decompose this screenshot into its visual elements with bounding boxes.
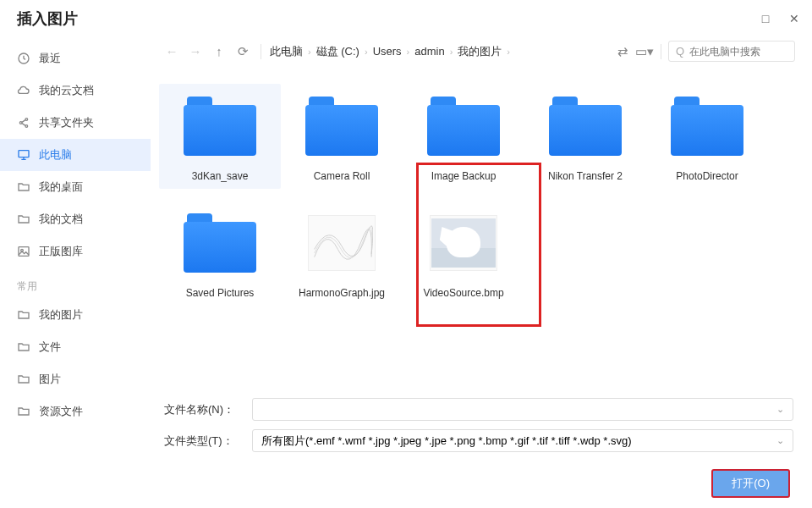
image-icon — [17, 245, 30, 258]
sidebar-item-最近[interactable]: 最近 — [0, 42, 151, 75]
file-item[interactable]: HarmonoGraph.jpg — [281, 201, 403, 306]
clock-icon — [17, 52, 30, 65]
folder-icon — [305, 97, 378, 156]
sidebar-item-图片[interactable]: 图片 — [0, 363, 151, 395]
svg-rect-4 — [19, 151, 29, 157]
sidebar-item-我的图片[interactable]: 我的图片 — [0, 299, 151, 331]
chevron-right-icon: › — [450, 47, 453, 57]
svg-point-2 — [25, 119, 28, 121]
breadcrumb-segment[interactable]: Users — [373, 45, 402, 58]
file-grid: 3dKan_saveCamera RollImage BackupNikon T… — [159, 70, 798, 391]
file-label: Nikon Transfer 2 — [548, 170, 623, 182]
up-button[interactable]: ↑ — [210, 42, 228, 61]
search-input[interactable] — [689, 46, 787, 58]
breadcrumb[interactable]: 此电脑›磁盘 (C:)›Users›admin›我的图片› — [270, 44, 608, 59]
image-thumbnail — [430, 215, 497, 271]
file-label: Camera Roll — [314, 170, 370, 182]
sidebar-item-共享文件夹[interactable]: 共享文件夹 — [0, 107, 151, 139]
breadcrumb-segment[interactable]: admin — [414, 45, 444, 58]
file-item[interactable]: Saved Pictures — [159, 201, 281, 306]
chevron-down-icon: ⌄ — [776, 435, 784, 446]
chevron-right-icon: › — [308, 47, 311, 57]
filename-label: 文件名称(N)： — [164, 402, 240, 417]
sidebar-item-label: 最近 — [39, 51, 61, 66]
monitor-icon — [17, 148, 30, 162]
maximize-button[interactable]: □ — [760, 12, 771, 25]
toolbar-divider — [661, 44, 661, 59]
sidebar-item-label: 文件 — [39, 340, 61, 355]
sidebar: 最近我的云文档共享文件夹此电脑我的桌面我的文档正版图库 常用 我的图片文件图片资… — [0, 36, 151, 508]
list-mode-button[interactable]: ⇄ — [613, 42, 632, 61]
share-icon — [17, 116, 30, 130]
sidebar-item-我的桌面[interactable]: 我的桌面 — [0, 171, 151, 203]
breadcrumb-segment[interactable]: 此电脑 — [270, 44, 303, 59]
sidebar-item-label: 我的文档 — [39, 212, 83, 227]
close-button[interactable]: ✕ — [788, 12, 800, 25]
chevron-right-icon: › — [365, 47, 368, 57]
sidebar-item-label: 图片 — [39, 372, 61, 387]
file-item[interactable]: Image Backup — [403, 84, 524, 189]
sidebar-item-label: 我的桌面 — [39, 179, 83, 195]
sidebar-item-label: 此电脑 — [39, 147, 72, 163]
folder-icon — [17, 180, 30, 194]
file-label: HarmonoGraph.jpg — [299, 287, 385, 299]
sidebar-item-label: 正版图库 — [39, 244, 83, 259]
file-item[interactable]: 3dKan_save — [159, 84, 281, 189]
svg-rect-5 — [19, 247, 29, 257]
search-box[interactable]: Q — [668, 41, 795, 62]
sidebar-item-此电脑[interactable]: 此电脑 — [0, 139, 151, 171]
view-mode-button[interactable]: ▭▾ — [635, 42, 654, 61]
image-thumbnail — [308, 215, 376, 271]
sidebar-item-资源文件[interactable]: 资源文件 — [0, 395, 151, 428]
filetype-select[interactable]: ⌄ — [252, 429, 793, 452]
folder-icon — [184, 213, 256, 273]
folder-icon — [17, 308, 30, 322]
sidebar-item-文件[interactable]: 文件 — [0, 331, 151, 363]
filename-input[interactable] — [261, 403, 776, 416]
folder-icon — [17, 213, 30, 226]
sidebar-item-正版图库[interactable]: 正版图库 — [0, 235, 151, 268]
folder-icon — [671, 97, 743, 156]
forward-button[interactable]: → — [186, 42, 205, 61]
file-item[interactable]: VideoSource.bmp — [403, 201, 524, 306]
file-item[interactable]: PhotoDirector — [646, 84, 768, 189]
folder-icon — [17, 340, 30, 354]
refresh-button[interactable]: ⟳ — [233, 42, 252, 61]
svg-point-3 — [25, 125, 28, 128]
folder-icon — [17, 373, 30, 386]
search-icon: Q — [676, 45, 684, 58]
folder-icon — [549, 97, 622, 156]
dialog-title: 插入图片 — [17, 8, 78, 29]
chevron-right-icon: › — [507, 47, 510, 57]
folder-icon — [427, 97, 500, 156]
folder-icon — [17, 405, 30, 418]
file-item[interactable]: Nikon Transfer 2 — [524, 84, 646, 189]
sidebar-item-我的文档[interactable]: 我的文档 — [0, 203, 151, 235]
file-label: PhotoDirector — [676, 170, 738, 182]
back-button[interactable]: ← — [162, 42, 181, 61]
chevron-down-icon: ⌄ — [776, 404, 784, 415]
sidebar-section-frequent: 常用 — [0, 268, 151, 299]
filename-input-wrapper[interactable]: ⌄ — [252, 398, 793, 421]
filetype-value — [261, 434, 776, 447]
sidebar-item-label: 共享文件夹 — [39, 115, 94, 130]
sidebar-item-label: 资源文件 — [39, 404, 83, 419]
filetype-label: 文件类型(T)： — [164, 433, 240, 449]
toolbar-divider — [261, 44, 261, 59]
file-item[interactable]: Camera Roll — [281, 84, 403, 189]
file-label: 3dKan_save — [192, 170, 249, 182]
file-label: Image Backup — [431, 170, 497, 182]
folder-icon — [184, 97, 256, 156]
file-label: VideoSource.bmp — [423, 287, 503, 299]
file-label: Saved Pictures — [186, 287, 255, 299]
breadcrumb-segment[interactable]: 磁盘 (C:) — [316, 44, 359, 59]
sidebar-item-我的云文档[interactable]: 我的云文档 — [0, 75, 151, 107]
chevron-right-icon: › — [407, 47, 410, 57]
breadcrumb-segment[interactable]: 我的图片 — [458, 44, 502, 59]
cloud-icon — [17, 84, 30, 97]
sidebar-item-label: 我的云文档 — [39, 83, 94, 98]
open-button[interactable]: 打开(O) — [711, 469, 790, 498]
svg-point-1 — [19, 122, 22, 124]
sidebar-item-label: 我的图片 — [39, 307, 83, 323]
